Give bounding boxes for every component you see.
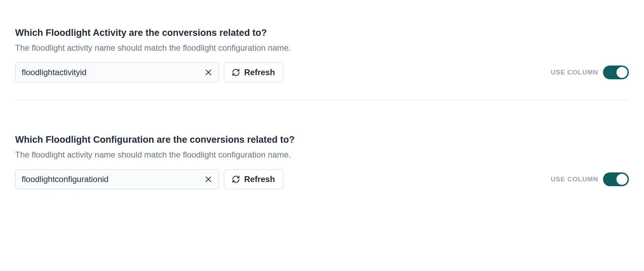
floodlight-configuration-select[interactable]: floodlightconfigurationid [15,169,219,189]
refresh-button[interactable]: Refresh [224,169,283,189]
refresh-icon [232,175,240,183]
use-column-toggle-group: USE COLUMN [551,66,629,79]
toggle-label: USE COLUMN [551,69,598,76]
refresh-button[interactable]: Refresh [224,62,283,82]
floodlight-activity-select[interactable]: floodlightactivityid [15,62,219,82]
select-value: floodlightconfigurationid [22,174,204,184]
section-subtext: The floodlight activity name should matc… [15,150,629,160]
use-column-toggle-group: USE COLUMN [551,172,629,186]
controls-row: floodlightactivityid Refresh USE COLUMN [15,62,629,82]
toggle-knob [616,67,627,78]
use-column-toggle[interactable] [603,66,629,79]
close-icon [205,176,211,182]
section-subtext: The floodlight activity name should matc… [15,43,629,53]
floodlight-activity-section: Which Floodlight Activity are the conver… [15,28,629,100]
clear-button[interactable] [204,175,212,183]
close-icon [205,69,211,76]
section-heading: Which Floodlight Configuration are the c… [15,134,629,145]
refresh-icon [232,68,240,77]
floodlight-configuration-section: Which Floodlight Configuration are the c… [15,134,629,207]
use-column-toggle[interactable] [603,172,629,186]
clear-button[interactable] [204,68,212,77]
divider [15,100,629,100]
select-value: floodlightactivityid [22,68,204,77]
toggle-knob [616,174,627,185]
refresh-label: Refresh [244,174,275,184]
refresh-label: Refresh [244,68,275,77]
toggle-label: USE COLUMN [551,175,598,183]
controls-row: floodlightconfigurationid Refresh USE CO… [15,169,629,189]
section-heading: Which Floodlight Activity are the conver… [15,28,629,38]
